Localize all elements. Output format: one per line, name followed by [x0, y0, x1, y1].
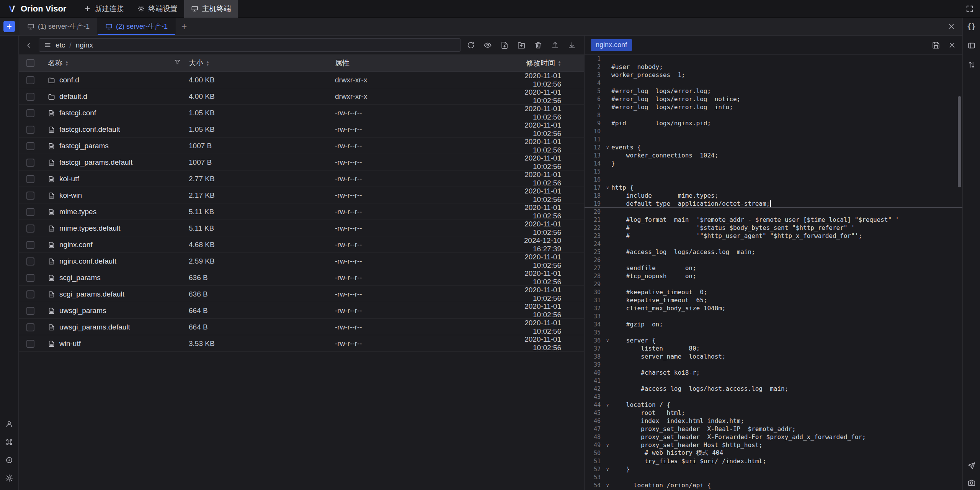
screenshot-button[interactable] [967, 479, 976, 487]
code-line[interactable]: 21 #log_format main '$remote_addr - $rem… [585, 216, 962, 224]
row-checkbox[interactable] [26, 257, 34, 265]
tab-terminal-2[interactable]: (2) server-生产-1 [98, 18, 176, 35]
row-checkbox[interactable] [26, 208, 34, 216]
column-header-name[interactable]: 名称 [48, 58, 62, 68]
code-line[interactable]: 13 worker_connections 1024; [585, 151, 962, 159]
select-all-checkbox[interactable] [26, 59, 34, 67]
table-row[interactable]: nginx.conf 4.68 KB -rw-r--r-- 2024-12-10… [19, 236, 584, 253]
code-line[interactable]: 12∨events { [585, 143, 962, 151]
file-name[interactable]: default.d [59, 92, 87, 101]
code-line[interactable]: 44∨ location / { [585, 401, 962, 409]
editor-close-button[interactable] [948, 41, 956, 49]
toggle-panel-button[interactable] [967, 41, 976, 50]
table-row[interactable]: fastcgi_params.default 1007 B -rw-r--r--… [19, 154, 584, 170]
code-line[interactable]: 47 proxy_set_header X-Real-IP $remote_ad… [585, 425, 962, 433]
code-line[interactable]: 31 keepalive_timeout 65; [585, 296, 962, 304]
table-row[interactable]: default.d 4.00 KB drwxr-xr-x 2020-11-01 … [19, 88, 584, 105]
code-line[interactable]: 39 [585, 361, 962, 369]
code-line[interactable]: 2#user nobody; [585, 63, 962, 71]
back-button[interactable] [22, 38, 36, 52]
theme-button[interactable] [5, 456, 13, 464]
row-checkbox[interactable] [26, 290, 34, 298]
editor-scrollbar[interactable] [958, 96, 961, 187]
filter-button[interactable] [174, 59, 181, 68]
table-row[interactable]: fastcgi.conf.default 1.05 KB -rw-r--r-- … [19, 121, 584, 138]
file-name[interactable]: scgi_params.default [59, 290, 124, 298]
table-row[interactable]: nginx.conf.default 2.59 KB -rw-r--r-- 20… [19, 253, 584, 269]
file-name[interactable]: fastcgi_params [59, 142, 109, 150]
code-line[interactable]: 5#error_log logs/error.log; [585, 87, 962, 95]
open-file-badge[interactable]: nginx.conf [591, 39, 632, 51]
table-row[interactable]: fastcgi.conf 1.05 KB -rw-r--r-- 2020-11-… [19, 105, 584, 121]
table-row[interactable]: fastcgi_params 1007 B -rw-r--r-- 2020-11… [19, 138, 584, 154]
file-name[interactable]: win-utf [59, 339, 81, 348]
new-file-button[interactable] [498, 38, 511, 52]
file-name[interactable]: uwsgi_params.default [59, 323, 130, 331]
row-checkbox[interactable] [26, 175, 34, 183]
transfer-list-button[interactable] [967, 61, 976, 69]
file-name[interactable]: uwsgi_params [59, 306, 106, 315]
file-name[interactable]: koi-utf [59, 175, 79, 183]
save-file-button[interactable] [932, 41, 940, 49]
file-name[interactable]: mime.types [59, 208, 96, 216]
code-line[interactable]: 37 listen 80; [585, 344, 962, 352]
breadcrumb-item-nginx[interactable]: nginx [76, 41, 93, 49]
fold-chevron-icon[interactable]: ∨ [604, 145, 611, 150]
code-line[interactable]: 8 [585, 111, 962, 119]
row-checkbox[interactable] [26, 241, 34, 249]
code-line[interactable]: 22 # '$status $body_bytes_sent "$http_re… [585, 224, 962, 232]
code-line[interactable]: 1 [585, 55, 962, 63]
code-line[interactable]: 28 #tcp_nopush on; [585, 272, 962, 280]
code-line[interactable]: 50 # web history 模式 404 [585, 449, 962, 457]
new-folder-button[interactable] [514, 38, 528, 52]
code-line[interactable]: 46 index index.html index.htm; [585, 417, 962, 425]
code-line[interactable]: 18 include mime.types; [585, 192, 962, 200]
menu-item-terminal-settings[interactable]: 终端设置 [131, 0, 184, 18]
file-name[interactable]: fastcgi.conf.default [59, 125, 120, 134]
file-name[interactable]: fastcgi_params.default [59, 158, 132, 167]
code-line[interactable]: 35 [585, 328, 962, 336]
code-line[interactable]: 9#pid logs/nginx.pid; [585, 119, 962, 127]
braces-icon[interactable]: {} [967, 22, 976, 31]
code-line[interactable]: 45 root html; [585, 409, 962, 417]
code-line[interactable]: 43 [585, 393, 962, 401]
add-tab-button[interactable]: + [176, 18, 193, 35]
table-row[interactable]: mime.types 5.11 KB -rw-r--r-- 2020-11-01… [19, 203, 584, 220]
table-row[interactable]: koi-utf 2.77 KB -rw-r--r-- 2020-11-01 10… [19, 170, 584, 187]
row-checkbox[interactable] [26, 93, 34, 101]
code-line[interactable]: 23 # '"$http_user_agent" "$http_x_forwar… [585, 232, 962, 240]
sort-size-control[interactable]: ▲ ▼ [206, 60, 209, 66]
sftp-close-button[interactable] [947, 22, 956, 31]
row-checkbox[interactable] [26, 340, 34, 348]
code-line[interactable]: 52∨ } [585, 465, 962, 473]
table-row[interactable]: koi-win 2.17 KB -rw-r--r-- 2020-11-01 10… [19, 187, 584, 203]
column-header-size[interactable]: 大小 [189, 58, 203, 68]
settings-button[interactable] [5, 474, 13, 482]
code-line[interactable]: 4 [585, 79, 962, 87]
code-line[interactable]: 17∨http { [585, 184, 962, 192]
row-checkbox[interactable] [26, 76, 34, 84]
file-name[interactable]: fastcgi.conf [59, 109, 96, 117]
tab-terminal-1[interactable]: (1) server-生产-1 [20, 18, 98, 35]
code-line[interactable]: 26 [585, 256, 962, 264]
code-line[interactable]: 51 try_files $uri $uri/ /index.html; [585, 457, 962, 465]
code-line[interactable]: 3worker_processes 1; [585, 71, 962, 79]
breadcrumb-item-etc[interactable]: etc [56, 41, 65, 49]
code-line[interactable]: 53 [585, 473, 962, 481]
file-name[interactable]: nginx.conf [59, 241, 93, 249]
code-line[interactable]: 54∨ location /orion/api { [585, 481, 962, 489]
code-line[interactable]: 41 [585, 377, 962, 385]
sort-mtime-control[interactable]: ▲ ▼ [558, 60, 561, 66]
refresh-button[interactable] [464, 38, 478, 52]
code-line[interactable]: 34 #gzip on; [585, 320, 962, 328]
row-checkbox[interactable] [26, 142, 34, 150]
code-line[interactable]: 48 proxy_set_header X-Forwarded-For $pro… [585, 433, 962, 441]
fold-chevron-icon[interactable]: ∨ [604, 483, 611, 488]
code-line[interactable]: 30 #keepalive_timeout 0; [585, 288, 962, 296]
code-line[interactable]: 7#error_log logs/error.log info; [585, 103, 962, 111]
code-line[interactable]: 14} [585, 159, 962, 167]
table-row[interactable]: uwsgi_params 664 B -rw-r--r-- 2020-11-01… [19, 302, 584, 319]
code-line[interactable]: 42 #access_log logs/host.access.log main… [585, 385, 962, 393]
code-line[interactable]: 25 #access_log logs/access.log main; [585, 248, 962, 256]
fold-chevron-icon[interactable]: ∨ [604, 467, 611, 472]
